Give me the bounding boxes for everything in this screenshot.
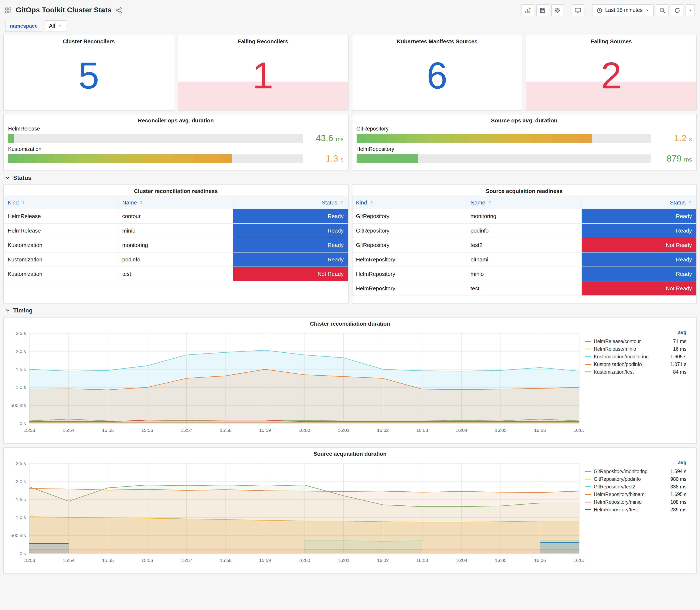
gauge-value: 1.3 s xyxy=(308,154,344,164)
svg-text:1.0 s: 1.0 s xyxy=(16,515,26,520)
legend-item[interactable]: HelmRepository/bitnami 1.695 s xyxy=(585,491,686,498)
panel-title[interactable]: Source ops avg. duration xyxy=(352,114,696,125)
legend-item[interactable]: Kustomization/test 84 ms xyxy=(585,368,686,376)
variables-bar: namespace All xyxy=(3,19,697,33)
svg-text:0 s: 0 s xyxy=(20,551,26,556)
table-row: Kustomization test Not Ready xyxy=(4,267,348,281)
gauge-value: 879 ms xyxy=(656,154,692,164)
svg-text:15:57: 15:57 xyxy=(181,558,192,563)
column-header-kind[interactable]: Kind xyxy=(4,196,118,209)
reconciler-ops-panel: Reconciler ops avg. duration HelmRelease… xyxy=(3,114,348,171)
svg-text:15:55: 15:55 xyxy=(102,428,114,433)
svg-text:15:53: 15:53 xyxy=(23,558,35,563)
gauge-track xyxy=(8,154,303,163)
legend-item[interactable]: GitRepository/test2 338 ms xyxy=(585,483,686,491)
column-header-status[interactable]: Status xyxy=(233,196,348,209)
legend-avg-header[interactable]: avg xyxy=(585,330,686,338)
svg-text:15:56: 15:56 xyxy=(141,558,153,563)
cell-kind: HelmRepository xyxy=(352,252,467,267)
legend-item[interactable]: HelmRepository/minio 108 ms xyxy=(585,498,686,506)
filter-icon[interactable] xyxy=(21,200,26,205)
timeseries-plot[interactable]: 15:5315:5415:5515:5615:5715:5815:5916:00… xyxy=(6,458,584,565)
filter-icon[interactable] xyxy=(139,200,144,205)
column-header-name[interactable]: Name xyxy=(118,196,233,209)
refresh-interval-dropdown[interactable] xyxy=(686,4,695,16)
bar-gauge-row: Kustomization 1.3 s xyxy=(8,146,344,164)
legend-item[interactable]: HelmRelease/contour 71 ms xyxy=(585,338,686,345)
filter-icon[interactable] xyxy=(339,200,344,205)
legend-item[interactable]: GitRepository/monitoring 1.594 s xyxy=(585,468,686,475)
bar-gauge-row: HelmRepository 879 ms xyxy=(356,146,692,164)
row-toggle-status[interactable]: Status xyxy=(3,171,697,184)
time-range-picker[interactable]: Last 15 minutes xyxy=(592,4,654,16)
svg-text:2.0 s: 2.0 s xyxy=(16,349,26,354)
series-color-dash xyxy=(585,356,591,357)
column-header-name[interactable]: Name xyxy=(467,196,582,209)
source-ops-panel: Source ops avg. duration GitRepository 1… xyxy=(352,114,697,171)
cell-kind: GitRepository xyxy=(352,238,467,252)
svg-text:500 ms: 500 ms xyxy=(11,403,26,408)
svg-text:16:06: 16:06 xyxy=(534,428,546,433)
table-row: Kustomization podinfo Ready xyxy=(4,252,348,267)
add-panel-button[interactable] xyxy=(521,4,534,16)
dashboard-settings-button[interactable] xyxy=(551,4,564,16)
timeseries-plot[interactable]: 15:5315:5415:5515:5615:5715:5815:5916:00… xyxy=(6,328,584,435)
cell-name: contour xyxy=(118,209,233,223)
legend-item[interactable]: GitRepository/podinfo 980 ms xyxy=(585,475,686,483)
panel-title[interactable]: Cluster reconciliation readiness xyxy=(4,185,348,195)
cell-name: podinfo xyxy=(118,252,233,267)
series-color-dash xyxy=(585,479,591,480)
legend-item[interactable]: Kustomization/podinfo 1.071 s xyxy=(585,360,686,368)
refresh-button[interactable] xyxy=(671,4,683,16)
gauge-rows: HelmRelease 43.6 ms Kustomization xyxy=(4,125,348,164)
filter-icon[interactable] xyxy=(369,200,374,205)
save-dashboard-button[interactable] xyxy=(536,4,549,16)
section-title: Timing xyxy=(13,307,33,314)
column-header-kind[interactable]: Kind xyxy=(352,196,467,209)
row-toggle-timing[interactable]: Timing xyxy=(3,304,697,317)
cell-kind: Kustomization xyxy=(4,238,118,252)
svg-text:500 ms: 500 ms xyxy=(11,533,26,538)
gauge-rows: GitRepository 1.2 s HelmRepository xyxy=(352,125,696,164)
variable-value-dropdown[interactable]: All xyxy=(45,20,66,31)
panel-title[interactable]: Cluster reconciliation duration xyxy=(4,318,696,328)
svg-text:16:01: 16:01 xyxy=(338,428,349,433)
table-row: HelmRelease minio Ready xyxy=(4,223,348,238)
stat-panel: Kubernetes Manifests Sources 6 xyxy=(352,35,523,111)
svg-text:16:05: 16:05 xyxy=(495,428,507,433)
column-header-status[interactable]: Status xyxy=(582,196,696,209)
panel-title[interactable]: Source acquisition readiness xyxy=(352,185,696,195)
bar-gauge-row: GitRepository 1.2 s xyxy=(356,126,692,143)
series-color-dash xyxy=(585,471,591,472)
svg-text:15:54: 15:54 xyxy=(63,558,75,563)
stat-panel: Failing Reconcilers 1 xyxy=(178,35,348,111)
stat-value: 6 xyxy=(352,35,522,110)
gauge-fill xyxy=(8,154,232,163)
zoom-out-button[interactable] xyxy=(656,4,669,16)
legend-item[interactable]: HelmRelease/minio 16 ms xyxy=(585,345,686,353)
legend-item[interactable]: HelmRepository/test 289 ms xyxy=(585,506,686,514)
svg-text:15:58: 15:58 xyxy=(220,558,232,563)
panel-title[interactable]: Reconciler ops avg. duration xyxy=(4,114,348,125)
legend-avg-header[interactable]: avg xyxy=(585,460,686,468)
svg-text:1.5 s: 1.5 s xyxy=(16,367,26,372)
svg-text:2.5 s: 2.5 s xyxy=(16,461,26,466)
share-icon[interactable] xyxy=(116,7,122,13)
stat-value: 2 xyxy=(526,35,696,110)
series-color-dash xyxy=(585,371,591,372)
readiness-table: Kind Name Status GitRepository monitorin… xyxy=(352,195,696,296)
series-color-dash xyxy=(585,341,591,342)
legend-item[interactable]: Kustomization/monitoring 1.605 s xyxy=(585,353,686,360)
series-color-dash xyxy=(585,502,591,502)
dashboard-grid-icon[interactable] xyxy=(5,7,12,13)
gauge-value: 43.6 ms xyxy=(308,133,344,143)
table-row: HelmRelease contour Ready xyxy=(4,209,348,223)
table-row: HelmRepository minio Ready xyxy=(352,267,696,281)
cycle-view-mode-button[interactable] xyxy=(572,4,584,16)
variable-label-namespace: namespace xyxy=(5,20,42,32)
panel-title[interactable]: Source acquisition duration xyxy=(4,448,696,458)
table-body: HelmRelease contour Ready HelmRelease mi… xyxy=(4,209,348,281)
filter-icon[interactable] xyxy=(487,200,492,205)
filter-icon[interactable] xyxy=(688,200,693,205)
svg-text:16:04: 16:04 xyxy=(456,428,467,433)
